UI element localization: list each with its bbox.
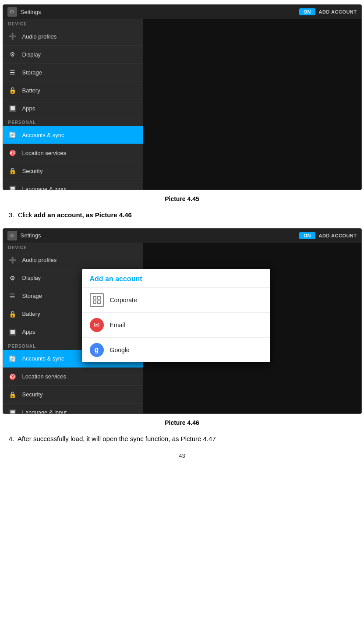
security-label: Security xyxy=(22,168,43,174)
apps-icon: 🔲 xyxy=(8,104,17,113)
header-right-1: ON ADD ACCOUNT xyxy=(299,8,357,15)
svg-rect-0 xyxy=(93,297,96,299)
menu-item-storage[interactable]: ☰ Storage xyxy=(3,64,143,81)
display-label: Display xyxy=(22,51,41,58)
audio-label: Audio profiles xyxy=(22,33,57,40)
dialog-item-corporate[interactable]: Corporate xyxy=(82,287,270,312)
svg-rect-1 xyxy=(98,297,100,299)
on-button-1[interactable]: ON xyxy=(299,8,315,15)
apps-icon-2: 🔲 xyxy=(8,328,17,336)
menu-item-audio-2[interactable]: ➕ Audio profiles xyxy=(3,251,143,269)
instruction-2: 4. After successfully load, it will open… xyxy=(9,434,355,444)
audio-label-2: Audio profiles xyxy=(22,257,57,263)
settings-body-1: DEVICE ➕ Audio profiles ⚙ Display ☰ Stor… xyxy=(3,19,361,190)
header-left-2: ⚙ Settings xyxy=(7,231,41,240)
page-container: ⚙ Settings ON ADD ACCOUNT DEVICE ➕ Audio… xyxy=(0,4,364,481)
menu-item-language[interactable]: 🔲 Language & input xyxy=(3,180,143,190)
language-label: Language & input xyxy=(22,186,67,191)
menu-item-location-2[interactable]: 🎯 Location services xyxy=(3,368,143,386)
battery-label-2: Battery xyxy=(22,311,40,317)
location-icon-2: 🎯 xyxy=(8,372,17,381)
location-label-2: Location services xyxy=(22,373,66,380)
settings-sidebar-1: DEVICE ➕ Audio profiles ⚙ Display ☰ Stor… xyxy=(3,19,143,190)
menu-item-accounts[interactable]: 🔄 Accounts & sync xyxy=(3,126,143,144)
settings-content-1 xyxy=(143,19,361,190)
menu-item-battery[interactable]: 🔒 Battery xyxy=(3,81,143,99)
language-label-2: Language & input xyxy=(22,409,67,414)
screenshot-2: ⚙ Settings ON ADD ACCOUNT DEVICE ➕ Audio… xyxy=(3,228,362,414)
storage-label: Storage xyxy=(22,69,42,76)
device-section-label: DEVICE xyxy=(3,19,143,28)
security-icon: 🔒 xyxy=(8,166,17,175)
audio-icon: ➕ xyxy=(8,32,17,41)
corporate-icon xyxy=(90,293,104,307)
settings-content-2: Add an account Corporate xyxy=(143,243,361,413)
security-icon-2: 🔒 xyxy=(8,390,17,399)
google-icon: g xyxy=(90,343,104,357)
menu-item-language-2[interactable]: 🔲 Language & input xyxy=(3,404,143,414)
settings-title-1: Settings xyxy=(21,9,41,15)
instruction-1-bold: add an account, as Picture 4.46 xyxy=(34,211,132,219)
storage-icon: ☰ xyxy=(8,68,17,77)
instruction-1: 3. Click add an account, as Picture 4.46 xyxy=(9,210,355,220)
menu-item-audio[interactable]: ➕ Audio profiles xyxy=(3,28,143,46)
add-account-button-2[interactable]: ADD ACCOUNT xyxy=(319,233,357,238)
settings-icon: ⚙ xyxy=(7,7,17,17)
caption-2: Picture 4.46 xyxy=(0,419,364,426)
apps-label: Apps xyxy=(22,105,35,112)
storage-icon-2: ☰ xyxy=(8,292,17,300)
display-icon-2: ⚙ xyxy=(8,274,17,283)
google-label: Google xyxy=(110,346,130,353)
screenshot-1: ⚙ Settings ON ADD ACCOUNT DEVICE ➕ Audio… xyxy=(3,4,362,190)
language-icon: 🔲 xyxy=(8,184,17,190)
accounts-icon: 🔄 xyxy=(8,131,17,139)
on-button-2[interactable]: ON xyxy=(299,232,315,239)
android-header-1: ⚙ Settings ON ADD ACCOUNT xyxy=(3,5,361,19)
add-account-button-1[interactable]: ADD ACCOUNT xyxy=(319,9,357,14)
caption-1: Picture 4.45 xyxy=(0,195,364,202)
settings-icon-2: ⚙ xyxy=(7,231,17,240)
accounts-label: Accounts & sync xyxy=(22,132,64,138)
android-header-2: ⚙ Settings ON ADD ACCOUNT xyxy=(3,229,361,243)
location-icon: 🎯 xyxy=(8,148,17,157)
corporate-label: Corporate xyxy=(110,297,137,304)
accounts-label-2: Accounts & sync xyxy=(22,355,64,362)
device-section-label-2: DEVICE xyxy=(3,243,143,251)
accounts-icon-2: 🔄 xyxy=(8,354,17,363)
language-icon-2: 🔲 xyxy=(8,408,17,414)
dialog-item-email[interactable]: ✉ Email xyxy=(82,312,270,337)
menu-item-display[interactable]: ⚙ Display xyxy=(3,46,143,64)
apps-label-2: Apps xyxy=(22,329,35,335)
dialog-title: Add an account xyxy=(82,269,270,287)
settings-title-2: Settings xyxy=(21,232,41,239)
add-account-dialog: Add an account Corporate xyxy=(82,269,270,362)
instruction-2-text: After successfully load, it will open th… xyxy=(18,435,216,442)
instruction-2-number: 4. xyxy=(9,435,14,442)
header-right-2: ON ADD ACCOUNT xyxy=(299,232,357,239)
instruction-1-number: 3. xyxy=(9,211,14,219)
email-icon: ✉ xyxy=(90,318,104,332)
battery-icon: 🔒 xyxy=(8,86,17,95)
header-left-1: ⚙ Settings xyxy=(7,7,41,17)
svg-rect-2 xyxy=(93,301,96,304)
menu-item-security[interactable]: 🔒 Security xyxy=(3,162,143,180)
security-label-2: Security xyxy=(22,391,43,398)
location-label: Location services xyxy=(22,150,66,156)
personal-section-label: PERSONAL xyxy=(3,117,143,126)
page-number: 43 xyxy=(0,452,364,468)
settings-body-2: DEVICE ➕ Audio profiles ⚙ Display ☰ Stor… xyxy=(3,243,361,413)
storage-label-2: Storage xyxy=(22,293,42,299)
battery-icon-2: 🔒 xyxy=(8,310,17,318)
svg-rect-3 xyxy=(98,301,100,304)
display-icon: ⚙ xyxy=(8,50,17,59)
menu-item-location[interactable]: 🎯 Location services xyxy=(3,144,143,162)
menu-item-security-2[interactable]: 🔒 Security xyxy=(3,386,143,404)
menu-item-apps[interactable]: 🔲 Apps xyxy=(3,99,143,117)
audio-icon-2: ➕ xyxy=(8,256,17,265)
dialog-item-google[interactable]: g Google xyxy=(82,337,270,362)
email-label: Email xyxy=(110,322,125,329)
battery-label: Battery xyxy=(22,87,40,94)
display-label-2: Display xyxy=(22,275,41,281)
